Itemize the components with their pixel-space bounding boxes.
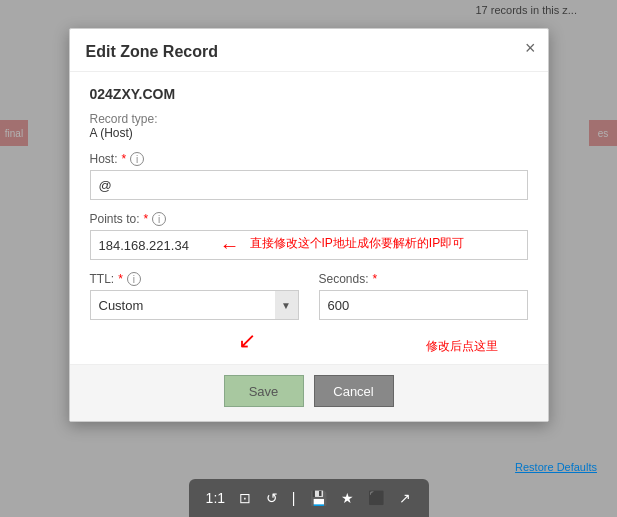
host-form-group: Host: * i [90, 152, 528, 200]
ttl-select-wrapper: Custom Automatic 1 Hour 6 Hours 12 Hours… [90, 290, 299, 320]
ttl-select[interactable]: Custom Automatic 1 Hour 6 Hours 12 Hours… [90, 290, 299, 320]
record-type-row: Record type: A (Host) [90, 112, 528, 140]
points-row-wrapper: 直接修改这个IP地址成你要解析的IP即可 ← [90, 230, 528, 260]
seconds-group: Seconds: * [319, 272, 528, 320]
modal-body: 024ZXY.COM Record type: A (Host) Host: *… [70, 72, 548, 364]
modal-header: Edit Zone Record × [70, 29, 548, 72]
restore-defaults-link[interactable]: Restore Defaults [515, 461, 597, 473]
red-arrow-save-icon: ↙ [238, 328, 256, 354]
domain-name: 024ZXY.COM [90, 86, 528, 102]
ttl-seconds-row: TTL: * i Custom Automatic 1 Hour 6 Hours… [90, 272, 528, 320]
toolbar-zoom-label[interactable]: 1:1 [206, 490, 225, 506]
ttl-info-icon[interactable]: i [127, 272, 141, 286]
host-input[interactable] [90, 170, 528, 200]
toolbar-save-icon[interactable]: 💾 [310, 490, 327, 506]
points-label: Points to: * i [90, 212, 528, 226]
points-info-icon[interactable]: i [152, 212, 166, 226]
points-form-group: Points to: * i 直接修改这个IP地址成你要解析的IP即可 ← [90, 212, 528, 260]
toolbar-screen-icon[interactable]: ⬛ [368, 490, 385, 506]
toolbar-rotate-icon[interactable]: ↺ [266, 490, 278, 506]
toolbar-star-icon[interactable]: ★ [341, 490, 354, 506]
seconds-required-star: * [373, 272, 378, 286]
ttl-dropdown-arrow[interactable]: ▼ [275, 290, 299, 320]
modal-title: Edit Zone Record [86, 43, 532, 61]
ttl-required-star: * [118, 272, 123, 286]
save-annotation-row: ↙ 修改后点这里 [90, 330, 528, 364]
toolbar-divider: | [292, 490, 296, 506]
seconds-label: Seconds: * [319, 272, 528, 286]
points-required-star: * [144, 212, 149, 226]
toolbar-share-icon[interactable]: ↗ [399, 490, 411, 506]
modal-dialog: Edit Zone Record × 024ZXY.COM Record typ… [69, 28, 549, 422]
host-label: Host: * i [90, 152, 528, 166]
cancel-button[interactable]: Cancel [314, 375, 394, 407]
close-button[interactable]: × [525, 39, 536, 57]
save-button[interactable]: Save [224, 375, 304, 407]
bottom-toolbar: 1:1 ⊡ ↺ | 💾 ★ ⬛ ↗ [189, 479, 429, 517]
toolbar-frame-icon[interactable]: ⊡ [239, 490, 251, 506]
save-annotation-text: 修改后点这里 [426, 338, 498, 355]
ttl-label: TTL: * i [90, 272, 299, 286]
ttl-group: TTL: * i Custom Automatic 1 Hour 6 Hours… [90, 272, 299, 320]
record-type-value: A (Host) [90, 126, 133, 140]
host-required-star: * [122, 152, 127, 166]
modal-footer: Save Cancel [70, 364, 548, 421]
record-type-label: Record type: [90, 112, 158, 126]
seconds-input[interactable] [319, 290, 528, 320]
host-info-icon[interactable]: i [130, 152, 144, 166]
points-input[interactable] [90, 230, 528, 260]
